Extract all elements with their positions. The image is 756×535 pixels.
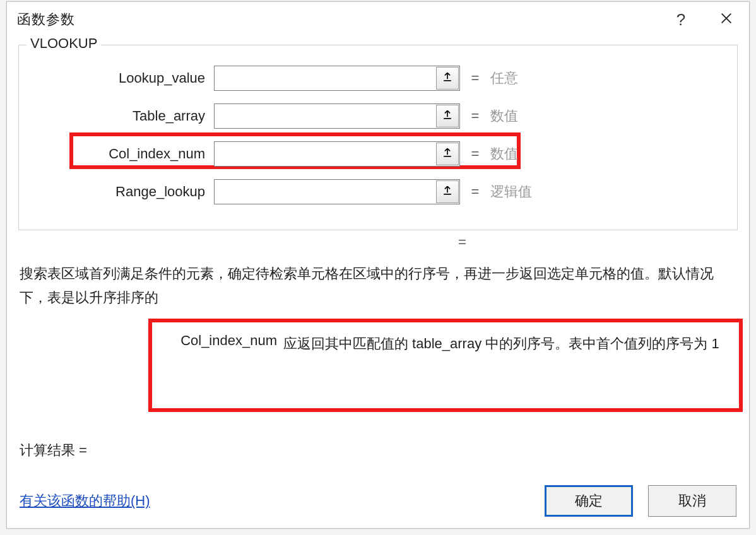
- calc-result-label: 计算结果 =: [20, 442, 87, 458]
- titlebar: 函数参数 ?: [7, 2, 749, 37]
- arg-label: Table_array: [34, 108, 214, 124]
- svg-rect-0: [444, 80, 451, 81]
- lookup-value-input[interactable]: [215, 66, 435, 90]
- ok-button[interactable]: 确定: [545, 485, 633, 517]
- arg-type-hint: 数值: [490, 144, 518, 163]
- active-arg-description: 应返回其中匹配值的 table_array 中的列序号。表中首个值列的序号为 1: [283, 332, 728, 355]
- dialog-footer: 有关该函数的帮助(H) 确定 取消: [7, 485, 749, 517]
- svg-rect-2: [444, 156, 451, 157]
- range-select-icon: [441, 71, 454, 86]
- function-name-label: VLOOKUP: [27, 35, 101, 52]
- arg-input-wrap: [214, 179, 460, 204]
- help-button[interactable]: ?: [658, 2, 704, 37]
- range-select-icon: [441, 184, 454, 200]
- equals-sign: =: [460, 146, 490, 162]
- collapse-dialog-button[interactable]: [436, 180, 459, 203]
- range-select-icon: [441, 146, 454, 162]
- dialog-title: 函数参数: [17, 10, 75, 29]
- active-arg-description-box: Col_index_num 应返回其中匹配值的 table_array 中的列序…: [148, 319, 743, 412]
- col-index-num-input[interactable]: [215, 142, 435, 166]
- cancel-button[interactable]: 取消: [648, 485, 736, 517]
- arg-label: Lookup_value: [34, 70, 214, 86]
- cancel-button-label: 取消: [678, 491, 706, 510]
- arg-input-wrap: [214, 66, 460, 91]
- help-icon: ?: [676, 10, 685, 30]
- calc-result-row: 计算结果 =: [20, 441, 736, 460]
- function-help-link[interactable]: 有关该函数的帮助(H): [20, 491, 150, 510]
- equals-sign: =: [460, 70, 490, 86]
- collapse-dialog-button[interactable]: [436, 143, 459, 165]
- function-arguments-dialog: 函数参数 ? VLOOKUP Lookup_value: [6, 1, 750, 529]
- collapse-dialog-button[interactable]: [436, 105, 459, 127]
- equals-sign: =: [460, 108, 490, 124]
- arg-type-hint: 任意: [490, 69, 518, 88]
- arg-row-table-array: Table_array = 数值: [34, 97, 722, 135]
- range-select-icon: [441, 109, 454, 124]
- range-lookup-input[interactable]: [215, 180, 435, 204]
- svg-rect-1: [444, 118, 451, 119]
- equals-sign: =: [460, 184, 490, 200]
- function-result-preview: =: [7, 234, 749, 250]
- table-array-input[interactable]: [215, 104, 435, 128]
- arg-row-lookup-value: Lookup_value = 任意: [34, 59, 722, 97]
- arg-label: Col_index_num: [34, 146, 214, 162]
- collapse-dialog-button[interactable]: [436, 67, 459, 90]
- arg-row-col-index-num: Col_index_num = 数值: [34, 135, 722, 173]
- ok-button-label: 确定: [575, 491, 603, 510]
- titlebar-buttons: ?: [658, 2, 749, 37]
- arg-row-range-lookup: Range_lookup = 逻辑值: [34, 173, 722, 211]
- description-block: 搜索表区域首列满足条件的元素，确定待检索单元格在区域中的行序号，再进一步返回选定…: [13, 258, 743, 317]
- arg-input-wrap: [214, 141, 460, 167]
- arg-type-hint: 逻辑值: [490, 182, 532, 201]
- function-description: 搜索表区域首列满足条件的元素，确定待检索单元格在区域中的行序号，再进一步返回选定…: [20, 262, 736, 310]
- active-arg-name: Col_index_num: [163, 332, 283, 355]
- function-fieldset: VLOOKUP Lookup_value = 任意 Table_array: [18, 45, 738, 230]
- close-icon: [719, 10, 733, 30]
- active-arg-description-row: Col_index_num 应返回其中匹配值的 table_array 中的列序…: [163, 332, 728, 355]
- arg-label: Range_lookup: [34, 184, 214, 200]
- arg-type-hint: 数值: [490, 107, 518, 126]
- svg-rect-3: [444, 194, 451, 195]
- arg-input-wrap: [214, 103, 460, 129]
- close-button[interactable]: [704, 2, 749, 37]
